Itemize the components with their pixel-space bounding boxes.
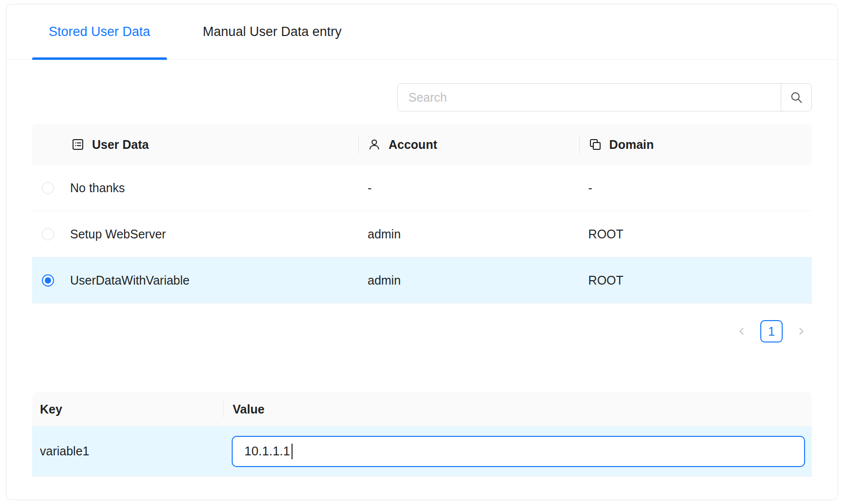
cell-user-data: No thanks	[32, 181, 359, 195]
text-caret	[292, 444, 293, 459]
user-data-table-header: User Data Account	[32, 124, 812, 165]
user-data-table: User Data Account	[32, 124, 812, 304]
column-header-account: Account	[359, 124, 579, 165]
user-data-name: Setup WebServer	[70, 227, 166, 241]
variable-row-variable1: variable1 10.1.1.1	[32, 426, 812, 477]
table-row-setup-webserver[interactable]: Setup WebServer admin ROOT	[32, 211, 812, 257]
panel-content: User Data Account	[6, 83, 838, 477]
chevron-left-icon	[736, 325, 748, 337]
column-header-value: Value	[224, 392, 812, 426]
variables-table: Key Value variable1 10.1.1.1	[32, 392, 812, 477]
pagination: 1	[32, 320, 812, 342]
tab-manual-user-data-entry-label: Manual User Data entry	[203, 24, 342, 39]
cell-account: admin	[359, 227, 579, 241]
user-data-name: UserDataWithVariable	[70, 273, 189, 288]
pagination-page-1[interactable]: 1	[760, 320, 783, 342]
variable1-value-text: 10.1.1.1	[244, 444, 290, 459]
profile-icon	[71, 138, 85, 151]
user-data-name: No thanks	[70, 181, 125, 195]
search-box	[397, 83, 812, 111]
user-icon	[367, 138, 381, 151]
cell-user-data: Setup WebServer	[32, 227, 359, 241]
column-header-user-data: User Data	[32, 124, 359, 165]
pagination-next-button[interactable]	[790, 321, 812, 342]
search-input[interactable]	[397, 83, 781, 111]
radio-userdatawithvariable[interactable]	[42, 274, 54, 287]
cell-account: -	[359, 181, 579, 195]
chevron-right-icon	[795, 325, 807, 337]
cell-domain: ROOT	[580, 227, 812, 241]
search-row	[32, 83, 812, 111]
column-header-key: Key	[32, 392, 224, 426]
tab-bar: Stored User Data Manual User Data entry	[6, 4, 838, 60]
tab-stored-user-data-label: Stored User Data	[49, 24, 150, 39]
radio-setup-webserver[interactable]	[42, 228, 54, 240]
tab-manual-user-data-entry[interactable]: Manual User Data entry	[186, 4, 358, 59]
user-data-panel: Stored User Data Manual User Data entry	[6, 4, 838, 500]
domain-icon	[588, 138, 602, 151]
column-label-domain: Domain	[609, 138, 654, 152]
variable-key: variable1	[32, 444, 224, 458]
variable-value-cell: 10.1.1.1	[224, 436, 812, 467]
radio-no-thanks[interactable]	[42, 182, 54, 194]
variable1-value-input[interactable]: 10.1.1.1	[232, 436, 805, 467]
column-header-domain: Domain	[580, 124, 812, 165]
table-row-no-thanks[interactable]: No thanks - -	[32, 165, 812, 211]
tab-stored-user-data[interactable]: Stored User Data	[32, 4, 167, 59]
column-label-user-data: User Data	[92, 138, 149, 152]
variables-table-header: Key Value	[32, 392, 812, 426]
cell-domain: ROOT	[580, 273, 812, 288]
cell-user-data: UserDataWithVariable	[32, 273, 359, 288]
table-row-userdatawithvariable[interactable]: UserDataWithVariable admin ROOT	[32, 257, 812, 304]
search-icon	[789, 90, 803, 104]
cell-account: admin	[359, 273, 579, 288]
pagination-prev-button[interactable]	[731, 321, 752, 342]
cell-domain: -	[580, 181, 812, 195]
column-label-account: Account	[388, 138, 437, 152]
search-button[interactable]	[781, 83, 812, 111]
